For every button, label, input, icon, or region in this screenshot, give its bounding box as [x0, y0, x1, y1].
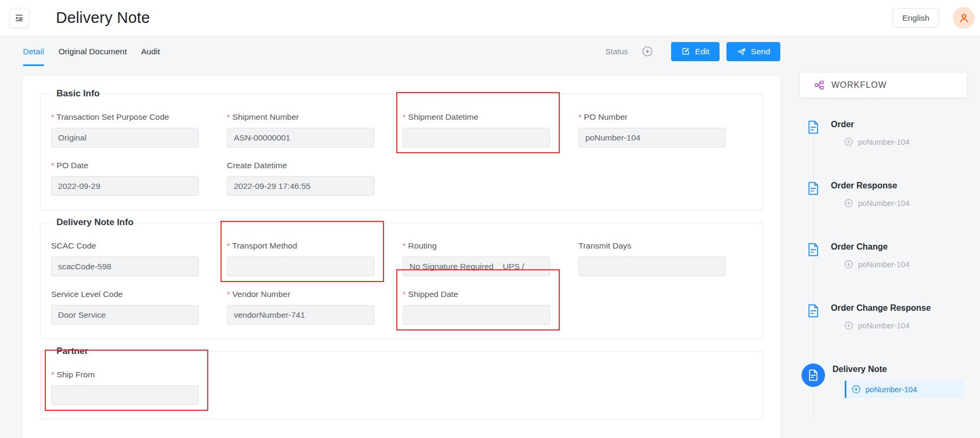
field-transport-method: Transport Method [227, 228, 374, 276]
plus-circle-icon [844, 137, 853, 146]
workflow-item-order-change[interactable]: Order Change poNumber-104 [800, 241, 967, 269]
service-level-code-input[interactable]: Door Service [51, 305, 199, 325]
app-header: Delivery Note English [0, 0, 980, 36]
field-po-date: PO Date 2022-09-29 [51, 147, 199, 196]
field-po-number: PO Number poNumber-104 [578, 99, 726, 147]
document-icon-active [802, 363, 825, 387]
vendor-number-input[interactable]: vendorNumber-741 [227, 305, 374, 325]
status-label: Status [606, 47, 628, 56]
tab-detail[interactable]: Detail [23, 37, 44, 66]
workflow-panel: WORKFLOW Order poNumber-104 [800, 73, 967, 438]
language-button[interactable]: English [893, 8, 939, 28]
tab-original-document[interactable]: Original Document [59, 37, 127, 66]
section-partner: Partner Ship From [40, 346, 763, 419]
workflow-item-order-response[interactable]: Order Response poNumber-104 [800, 180, 967, 208]
avatar[interactable] [953, 7, 975, 29]
document-icon [800, 180, 827, 198]
shipment-datetime-input[interactable] [403, 128, 550, 147]
section-legend: Basic Info [52, 88, 104, 99]
field-shipped-date: Shipped Date [403, 276, 550, 325]
status-plus-circle-icon[interactable] [642, 46, 653, 57]
field-shipment-number: Shipment Number ASN-00000001 [227, 99, 374, 147]
plus-circle-icon [844, 260, 853, 269]
plus-circle-icon [844, 199, 853, 208]
field-scac-code: SCAC Code scacCode-598 [51, 228, 199, 276]
field-create-datetime: Create Datetime 2022-09-29 17:46:55 [227, 147, 374, 196]
field-transaction-set-purpose-code: Transaction Set Purpose Code Original [51, 99, 199, 147]
menu-fold-icon [14, 13, 24, 23]
workflow-item-order[interactable]: Order poNumber-104 [800, 119, 967, 146]
ship-from-input[interactable] [51, 385, 199, 405]
create-datetime-input[interactable]: 2022-09-29 17:46:55 [227, 176, 374, 196]
po-date-input[interactable]: 2022-09-29 [51, 176, 199, 196]
detail-form-card: Basic Info Transaction Set Purpose Code … [23, 76, 780, 438]
plus-circle-icon [852, 385, 861, 394]
workflow-icon [814, 80, 824, 90]
field-ship-from: Ship From [51, 357, 199, 405]
field-shipment-datetime: Shipment Datetime [403, 99, 550, 147]
shipped-date-input[interactable] [403, 305, 550, 325]
section-legend: Delivery Note Info [52, 217, 138, 228]
shipment-number-input[interactable]: ASN-00000001 [227, 128, 374, 147]
workflow-ref-active[interactable]: poNumber-104 [845, 381, 964, 398]
section-basic-info: Basic Info Transaction Set Purpose Code … [40, 88, 763, 210]
po-number-input[interactable]: poNumber-104 [578, 128, 726, 147]
workflow-ref[interactable]: poNumber-104 [844, 321, 931, 330]
workflow-ref[interactable]: poNumber-104 [844, 199, 910, 208]
edit-button[interactable]: Edit [671, 42, 720, 61]
workflow-title: WORKFLOW [831, 80, 887, 90]
workflow-ref[interactable]: poNumber-104 [844, 260, 910, 269]
field-routing: Routing No Signature Required UPS / [403, 228, 550, 276]
field-transmit-days: Transmit Days [578, 228, 726, 276]
tab-bar: Detail Original Document Audit Status Ed… [0, 37, 980, 66]
scac-code-input[interactable]: scacCode-598 [51, 257, 199, 276]
menu-fold-button[interactable] [9, 8, 29, 28]
document-icon [800, 302, 827, 320]
transmit-days-input[interactable] [578, 257, 726, 276]
transaction-set-purpose-code-input[interactable]: Original [51, 128, 199, 147]
workflow-item-delivery-note[interactable]: Delivery Note poNumber-104 [800, 363, 967, 398]
plus-circle-icon [844, 321, 853, 330]
send-button[interactable]: Send [726, 42, 780, 61]
transport-method-input[interactable] [227, 257, 374, 276]
document-icon [800, 241, 827, 259]
page-title: Delivery Note [56, 9, 150, 27]
document-icon [800, 119, 827, 137]
field-vendor-number: Vendor Number vendorNumber-741 [227, 276, 374, 325]
tab-audit[interactable]: Audit [141, 37, 160, 66]
workflow-header: WORKFLOW [800, 73, 967, 97]
routing-input[interactable]: No Signature Required UPS / [403, 257, 550, 276]
send-plane-icon [737, 47, 746, 56]
user-icon [958, 12, 970, 24]
field-service-level-code: Service Level Code Door Service [51, 276, 199, 325]
workflow-ref[interactable]: poNumber-104 [844, 137, 910, 146]
edit-square-icon [681, 47, 690, 56]
section-legend: Partner [52, 346, 93, 357]
section-delivery-note-info: Delivery Note Info SCAC Code scacCode-59… [40, 217, 763, 339]
workflow-item-order-change-response[interactable]: Order Change Response poNumber-104 [800, 302, 967, 330]
